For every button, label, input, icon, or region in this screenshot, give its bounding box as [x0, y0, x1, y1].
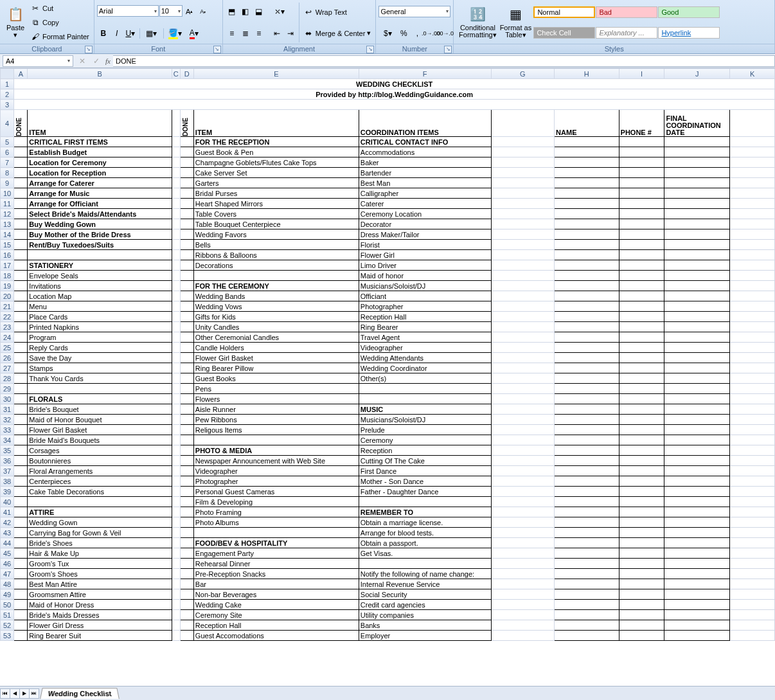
cell[interactable] [180, 456, 193, 466]
cell[interactable] [14, 281, 28, 291]
cell[interactable] [491, 363, 555, 373]
row-header[interactable]: 26 [1, 353, 14, 363]
cell[interactable] [172, 631, 180, 641]
cell[interactable] [664, 168, 730, 178]
cell[interactable] [491, 271, 555, 281]
cell[interactable] [491, 199, 555, 209]
cell[interactable] [555, 291, 619, 301]
cell[interactable] [180, 301, 193, 312]
row-header[interactable]: 8 [1, 168, 14, 178]
header-done[interactable]: DONE [180, 110, 193, 137]
cell[interactable]: Corsages [28, 445, 172, 456]
cell[interactable] [180, 631, 193, 641]
cell[interactable] [172, 487, 180, 497]
cell[interactable]: Limo Driver [359, 260, 491, 271]
cell[interactable] [730, 332, 775, 343]
cell[interactable]: Groom's Tux [28, 559, 172, 569]
cell[interactable] [619, 229, 664, 240]
style-bad[interactable]: Bad [596, 6, 657, 18]
cell[interactable] [491, 507, 555, 517]
cell[interactable] [555, 353, 619, 363]
cell[interactable] [491, 631, 555, 641]
row-header[interactable]: 38 [1, 476, 14, 487]
row-header[interactable]: 11 [1, 199, 14, 209]
align-center-button[interactable]: ≣ [239, 27, 252, 40]
cell[interactable] [491, 497, 555, 507]
cell[interactable] [491, 157, 555, 168]
cell[interactable]: Garters [193, 178, 359, 188]
cell[interactable]: Engagement Party [193, 548, 359, 559]
cell[interactable] [14, 291, 28, 301]
cell[interactable] [14, 178, 28, 188]
cell[interactable] [172, 199, 180, 209]
cell[interactable]: Invitations [28, 281, 172, 291]
cell[interactable]: FLORALS [28, 394, 172, 404]
cell[interactable] [172, 600, 180, 610]
cell[interactable] [555, 363, 619, 373]
cell[interactable]: Father - Daughter Dance [359, 487, 491, 497]
cell[interactable] [619, 178, 664, 188]
cell[interactable] [491, 110, 555, 137]
header-done[interactable]: DONE [14, 110, 28, 137]
cell[interactable] [14, 600, 28, 610]
cell[interactable] [664, 322, 730, 332]
cell[interactable] [664, 600, 730, 610]
cell[interactable] [491, 312, 555, 322]
cell[interactable]: Baker [359, 157, 491, 168]
cell[interactable] [730, 157, 775, 168]
cell[interactable] [664, 631, 730, 641]
cell[interactable] [491, 332, 555, 343]
cell[interactable] [730, 353, 775, 363]
cell[interactable] [172, 209, 180, 219]
row-header[interactable]: 15 [1, 240, 14, 250]
cell[interactable] [619, 240, 664, 250]
cell[interactable]: Centerpieces [28, 476, 172, 487]
cell[interactable] [180, 569, 193, 579]
cell[interactable] [730, 209, 775, 219]
cell[interactable] [619, 199, 664, 209]
cell[interactable] [193, 435, 359, 445]
cell[interactable] [555, 435, 619, 445]
cell[interactable] [14, 312, 28, 322]
cell[interactable] [172, 435, 180, 445]
cell[interactable] [730, 497, 775, 507]
cell[interactable] [359, 384, 491, 394]
cell[interactable]: Employer [359, 631, 491, 641]
row-header[interactable]: 20 [1, 291, 14, 301]
cell[interactable]: Ring Bearer [359, 322, 491, 332]
cell[interactable] [14, 528, 28, 538]
cell[interactable] [619, 219, 664, 229]
cell[interactable] [180, 157, 193, 168]
cell[interactable] [555, 497, 619, 507]
cell[interactable]: STATIONERY [28, 260, 172, 271]
cell[interactable]: Religous Items [193, 425, 359, 435]
cell[interactable] [664, 559, 730, 569]
paste-button[interactable]: 📋 Paste▾ [3, 1, 28, 41]
align-top-button[interactable]: ⬒ [226, 5, 238, 18]
cell[interactable] [172, 260, 180, 271]
cell[interactable] [664, 281, 730, 291]
cell[interactable]: Aisle Runner [193, 404, 359, 415]
cell[interactable] [491, 476, 555, 487]
cell[interactable]: Calligrapher [359, 188, 491, 199]
cell[interactable] [491, 445, 555, 456]
cell[interactable] [619, 147, 664, 157]
cell[interactable] [664, 610, 730, 620]
cell[interactable] [664, 538, 730, 548]
cell[interactable]: Ceremony Location [359, 209, 491, 219]
cell[interactable] [730, 610, 775, 620]
cell[interactable] [172, 301, 180, 312]
cell[interactable] [730, 404, 775, 415]
cell[interactable] [180, 445, 193, 456]
cell[interactable]: Floral Arrangements [28, 466, 172, 476]
cell[interactable] [619, 188, 664, 199]
style-check-cell[interactable]: Check Cell [533, 27, 595, 39]
cell[interactable] [730, 559, 775, 569]
cell[interactable] [664, 219, 730, 229]
cell[interactable] [664, 157, 730, 168]
cell[interactable] [172, 147, 180, 157]
cancel-formula-icon[interactable]: ✕ [76, 55, 89, 67]
cell[interactable] [730, 579, 775, 589]
cell[interactable]: Obtain a marriage license. [359, 517, 491, 528]
cell[interactable] [14, 589, 28, 600]
